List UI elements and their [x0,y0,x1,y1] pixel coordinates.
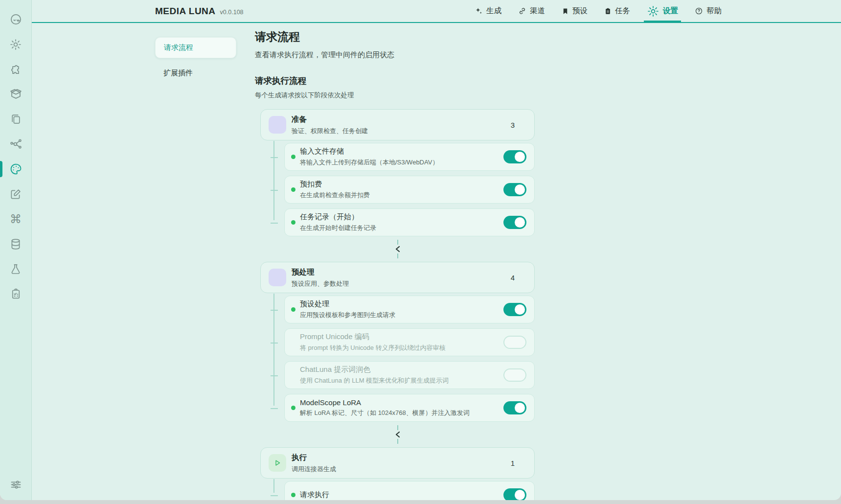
submenu-item-请求流程[interactable]: 请求流程 [155,37,236,58]
middleware-card-输入文件存储: 输入文件存储 将输入文件上传到存储后端（本地/S3/WebDAV） [284,143,535,171]
clipboard-icon [604,7,612,15]
middleware-title: ModelScope LoRA [300,398,470,407]
stage-connector [260,422,535,447]
submenu-item-扩展插件[interactable]: 扩展插件 [155,63,236,83]
icon-sidebar: ⌘ [0,0,32,500]
stage-title: 预处理 [292,267,349,277]
middleware-toggle[interactable] [503,216,526,229]
stage-title: 执行 [292,453,336,463]
middleware-card-预扣费: 预扣费 在生成前检查余额并扣费 [284,176,535,204]
sidebar-item-palette[interactable] [0,157,32,182]
middleware-title: 预设处理 [300,299,395,309]
sidebar-item-puzzle[interactable] [0,57,32,82]
stage-group-预处理: 预处理 预设应用、参数处理 4 预设处理 应用预设模板和参考图到生成请求 Pro… [260,262,535,422]
nav-item-label: 任务 [615,6,630,16]
compose-edit-icon [9,188,22,201]
bookmark-icon [562,7,569,15]
middleware-toggle[interactable] [503,368,526,382]
nav-item-label: 设置 [663,6,678,16]
status-dot [291,155,295,159]
middleware-desc: 将 prompt 转换为 Unicode 转义序列以绕过内容审核 [300,344,446,352]
link-icon [518,7,526,15]
sidebar-item-compose-edit[interactable] [0,182,32,206]
top-navigation: 生成 渠道 预设 任务 设置 帮助 [475,0,722,22]
middleware-toggle[interactable] [503,401,526,414]
app-window: MEDIA LUNA v0.0.108 生成 渠道 预设 任务 设置 帮助 ⌘ … [0,0,841,500]
middleware-list: 预设处理 应用预设模板和参考图到生成请求 Prompt Unicode 编码 将… [260,296,535,422]
collapse-chevron-icon[interactable] [393,430,403,439]
sidebar-item-gear[interactable] [0,32,32,57]
middleware-desc: 解析 LoRA 标记、尺寸（如 1024x768、横屏）并注入激发词 [300,409,470,417]
gear-icon [647,5,659,18]
nav-item-预设[interactable]: 预设 [562,0,588,22]
page-subtitle: 查看请求执行流程，管理中间件的启用状态 [255,50,536,60]
status-dot [291,493,295,497]
puzzle-icon [9,63,22,76]
middleware-card-ChatLuna 提示词润色: ChatLuna 提示词润色 使用 ChatLuna 的 LLM 模型来优化和扩… [284,361,535,389]
sliders-icon [9,478,23,491]
middleware-title: Prompt Unicode 编码 [300,332,446,342]
copy-pages-icon [10,113,22,125]
nav-item-设置[interactable]: 设置 [647,0,678,22]
middleware-title: 请求执行 [300,490,329,500]
status-dot [291,220,295,225]
status-dot [291,406,295,410]
middleware-toggle[interactable] [503,303,526,316]
sidebar-item-sliders[interactable] [0,472,32,497]
sidebar-item-command[interactable]: ⌘ [0,206,32,231]
stage-play-icon [269,454,286,472]
middleware-toggle[interactable] [503,336,526,349]
app-header: MEDIA LUNA v0.0.108 生成 渠道 预设 任务 设置 帮助 [32,0,841,23]
middleware-card-ModelScope LoRA: ModelScope LoRA 解析 LoRA 标记、尺寸（如 1024x768… [284,394,535,422]
app-version: v0.0.108 [220,9,244,16]
middleware-toggle[interactable] [503,488,526,500]
stage-card[interactable]: 准备 验证、权限检查、任务创建 3 [260,109,535,140]
flask-icon [9,263,22,275]
mascot-face-icon [9,13,23,26]
stage-group-执行: 执行 调用连接器生成 1 请求执行 [260,447,535,500]
stage-count: 4 [511,274,515,282]
sparkles-icon [475,7,483,15]
nav-item-任务[interactable]: 任务 [604,0,630,22]
middleware-list: 输入文件存储 将输入文件上传到存储后端（本地/S3/WebDAV） 预扣费 在生… [260,143,535,236]
sidebar-item-clipboard-check[interactable] [0,281,32,306]
nav-item-帮助[interactable]: 帮助 [695,0,722,22]
settings-submenu: 请求流程扩展插件 [155,37,236,83]
sidebar-item-package-box[interactable] [0,82,32,107]
middleware-card-Prompt Unicode 编码: Prompt Unicode 编码 将 prompt 转换为 Unicode 转… [284,328,535,356]
middleware-list: 请求执行 [260,481,535,500]
middleware-toggle[interactable] [503,183,526,196]
sidebar-item-mascot-face[interactable] [0,7,32,32]
package-box-icon [9,88,23,101]
page-title: 请求流程 [255,29,536,45]
clipboard-check-icon [10,288,22,300]
collapse-chevron-icon[interactable] [393,245,403,253]
nav-item-生成[interactable]: 生成 [475,0,501,22]
middleware-desc: 应用预设模板和参考图到生成请求 [300,311,395,320]
middleware-desc: 在生成开始时创建任务记录 [300,224,376,232]
sidebar-item-database[interactable] [0,231,32,256]
middleware-desc: 使用 ChatLuna 的 LLM 模型来优化和扩展生成提示词 [300,376,449,385]
middleware-desc: 将输入文件上传到存储后端（本地/S3/WebDAV） [300,158,438,167]
middleware-desc: 在生成前检查余额并扣费 [300,191,370,200]
network-nodes-icon [9,137,23,151]
stage-card[interactable]: 预处理 预设应用、参数处理 4 [260,262,535,293]
stage-desc: 预设应用、参数处理 [292,279,349,288]
sidebar-item-network-nodes[interactable] [0,132,32,157]
middleware-card-预设处理: 预设处理 应用预设模板和参考图到生成请求 [284,296,535,323]
stage-card[interactable]: 执行 调用连接器生成 1 [260,447,535,479]
status-dot [291,373,295,377]
nav-item-label: 帮助 [706,6,722,16]
middleware-title: 预扣费 [300,180,370,189]
middleware-title: ChatLuna 提示词润色 [300,365,449,374]
sidebar-item-copy-pages[interactable] [0,107,32,132]
middleware-title: 输入文件存储 [300,147,438,156]
sidebar-item-flask[interactable] [0,256,32,281]
stage-connector [260,236,535,262]
database-icon [9,238,22,251]
help-circle-icon [695,7,703,15]
stage-prepare-icon [269,116,286,134]
nav-item-渠道[interactable]: 渠道 [518,0,545,22]
nav-item-label: 生成 [486,6,501,16]
middleware-toggle[interactable] [503,150,526,163]
